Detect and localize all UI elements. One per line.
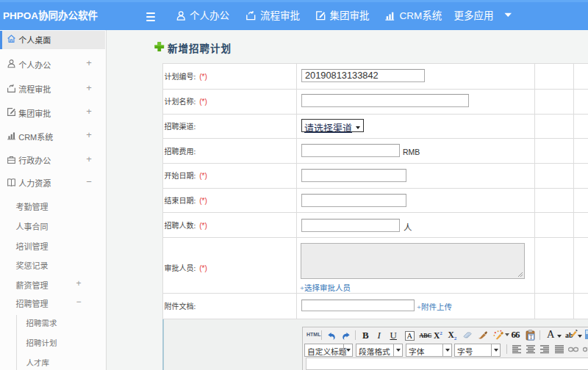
svg-text:T: T [529, 334, 533, 341]
